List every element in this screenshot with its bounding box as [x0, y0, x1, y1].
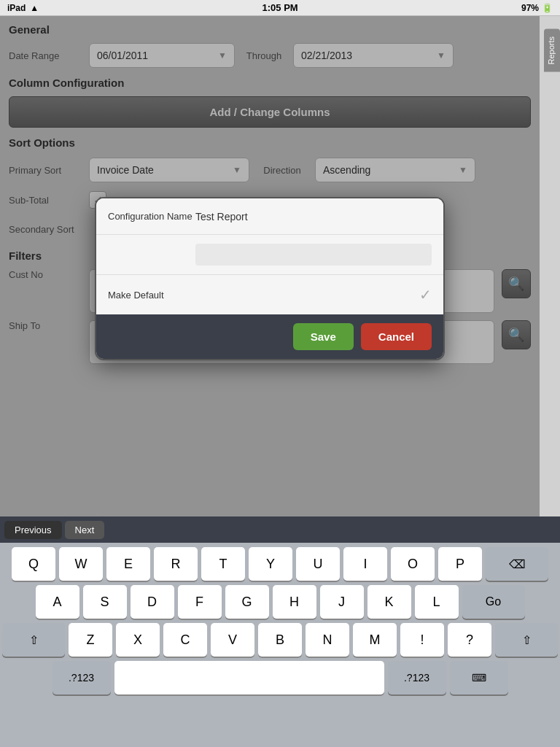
symbols-right-key[interactable]: .?123	[388, 661, 446, 694]
key-w[interactable]: W	[59, 547, 103, 581]
key-g[interactable]: G	[225, 585, 269, 619]
key-y[interactable]: Y	[249, 547, 292, 581]
previous-button[interactable]: Previous	[4, 521, 62, 539]
status-left: iPad ▲	[7, 3, 39, 13]
config-name-label: Configuration Name	[108, 211, 195, 222]
battery-label: 97%	[521, 3, 539, 13]
make-default-row: Make Default ✓	[96, 275, 443, 314]
key-l[interactable]: L	[415, 585, 459, 619]
key-r[interactable]: R	[154, 547, 198, 581]
key-s[interactable]: S	[83, 585, 127, 619]
key-exclamation[interactable]: !	[400, 623, 444, 657]
next-button[interactable]: Next	[65, 521, 105, 539]
save-button[interactable]: Save	[293, 323, 354, 350]
go-key[interactable]: Go	[462, 585, 525, 619]
key-f[interactable]: F	[178, 585, 222, 619]
key-m[interactable]: M	[353, 623, 397, 657]
left-shift-key[interactable]: ⇧	[2, 623, 65, 657]
status-right: 97% 🔋	[521, 3, 553, 13]
carrier-label: iPad	[7, 3, 26, 13]
modal-dialog: Configuration Name Test Report Make Defa…	[95, 197, 445, 360]
space-key[interactable]	[114, 661, 384, 694]
keyboard-row-4: .?123 .?123 ⌨	[3, 661, 557, 694]
key-v[interactable]: V	[211, 623, 254, 657]
key-p[interactable]: P	[438, 547, 482, 581]
key-t[interactable]: T	[201, 547, 245, 581]
keyboard: Q W E R T Y U I O P ⌫ A S D F G H J K L …	[0, 543, 560, 747]
right-shift-key[interactable]: ⇧	[495, 623, 558, 657]
key-e[interactable]: E	[106, 547, 150, 581]
delete-key[interactable]: ⌫	[486, 547, 548, 581]
modal-body: Configuration Name Test Report Make Defa…	[96, 198, 443, 314]
keyboard-dismiss-key[interactable]: ⌨	[450, 661, 508, 694]
key-d[interactable]: D	[131, 585, 174, 619]
status-bar: iPad ▲ 1:05 PM 97% 🔋	[0, 0, 560, 16]
key-o[interactable]: O	[391, 547, 435, 581]
key-u[interactable]: U	[296, 547, 340, 581]
wifi-icon: ▲	[30, 3, 39, 13]
key-b[interactable]: B	[258, 623, 302, 657]
modal-footer: Save Cancel	[96, 314, 443, 359]
key-q[interactable]: Q	[12, 547, 55, 581]
key-z[interactable]: Z	[69, 623, 112, 657]
keyboard-row-3: ⇧ Z X C V B N M ! ? ⇧	[3, 623, 557, 657]
key-k[interactable]: K	[368, 585, 411, 619]
key-n[interactable]: N	[306, 623, 349, 657]
keyboard-row-2: A S D F G H J K L Go	[3, 585, 557, 619]
battery-icon: 🔋	[542, 3, 553, 13]
keyboard-row-1: Q W E R T Y U I O P ⌫	[3, 547, 557, 581]
reports-tab[interactable]: Reports	[544, 29, 560, 72]
checkmark-icon: ✓	[419, 286, 432, 303]
time-label: 1:05 PM	[262, 2, 298, 13]
key-h[interactable]: H	[273, 585, 316, 619]
config-name-value: Test Report	[195, 211, 432, 222]
key-i[interactable]: I	[343, 547, 387, 581]
config-name-input[interactable]	[195, 244, 432, 266]
key-x[interactable]: X	[116, 623, 160, 657]
key-c[interactable]: C	[163, 623, 207, 657]
make-default-label: Make Default	[108, 290, 195, 301]
nav-bar: Previous Next	[0, 516, 560, 543]
cancel-button[interactable]: Cancel	[361, 323, 432, 350]
key-j[interactable]: J	[320, 585, 364, 619]
config-name-input-row	[96, 235, 443, 275]
key-a[interactable]: A	[36, 585, 79, 619]
modal-overlay: Configuration Name Test Report Make Defa…	[0, 16, 540, 541]
make-default-checkbox[interactable]: ✓	[195, 284, 432, 306]
config-name-row: Configuration Name Test Report	[96, 198, 443, 235]
symbols-left-key[interactable]: .?123	[52, 661, 111, 694]
key-question[interactable]: ?	[448, 623, 491, 657]
